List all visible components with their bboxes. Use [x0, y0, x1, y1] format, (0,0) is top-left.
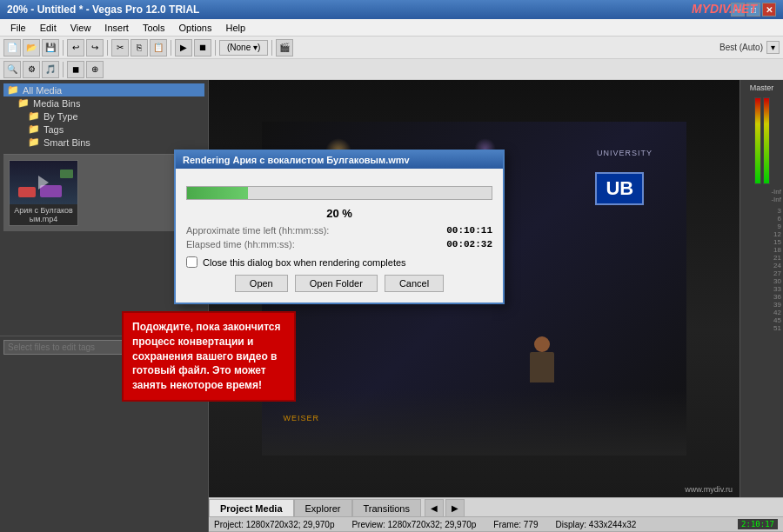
- university-banner: UB: [595, 172, 644, 205]
- bottom-tabs: Project Media Explorer Transitions ◀ ▶: [209, 497, 783, 516]
- undo-button[interactable]: ↩: [67, 39, 84, 57]
- tab-arrow-right[interactable]: ▶: [445, 499, 465, 516]
- menu-tools[interactable]: Tools: [136, 19, 172, 37]
- url-watermark: www.mydiv.ru: [685, 485, 733, 494]
- tree-smart-bins[interactable]: 📁 Smart Bins: [24, 136, 204, 149]
- folder-icon: 📁: [17, 97, 30, 109]
- media-thumbnail[interactable]: Ария с Булгаковым.mp4: [9, 160, 78, 226]
- frame-info: Frame: 779: [493, 520, 538, 529]
- menubar: File Edit View Insert Tools Options Help: [0, 19, 783, 37]
- cut-button[interactable]: ✂: [111, 39, 129, 57]
- preview-info: Preview: 1280x720x32; 29,970p: [351, 520, 476, 529]
- approx-value: 00:10:11: [446, 225, 492, 236]
- cancel-button[interactable]: Cancel: [385, 275, 444, 292]
- toolbar2-btn1[interactable]: 🔍: [3, 61, 21, 78]
- approx-time-row: Approximate time left (hh:mm:ss): 00:10:…: [186, 225, 492, 236]
- tab-explorer[interactable]: Explorer: [294, 499, 352, 516]
- university-label: UNIVERSITY: [597, 149, 652, 157]
- project-info: Project: 1280x720x32; 29,970p: [214, 520, 334, 529]
- close-checkbox-row: Close this dialog box when rendering com…: [186, 256, 492, 268]
- dialog-buttons: Open Open Folder Cancel: [186, 275, 492, 292]
- menu-view[interactable]: View: [64, 19, 98, 37]
- none-dropdown[interactable]: (None ▾): [219, 40, 268, 56]
- open-folder-button[interactable]: Open Folder: [295, 275, 378, 292]
- annotation-box: Подождите, пока закончится процесс конве…: [122, 311, 296, 402]
- elapsed-time-row: Elapsed time (hh:mm:ss): 00:02:32: [186, 239, 492, 249]
- close-button[interactable]: ✕: [762, 3, 776, 17]
- elapsed-value: 00:02:32: [446, 239, 492, 249]
- thumb-label: Ария с Булгаковым.mp4: [10, 204, 77, 225]
- tree-tags[interactable]: 📁 Tags: [24, 123, 204, 136]
- tree-by-type[interactable]: 📁 By Type: [24, 110, 204, 123]
- annotation-text: Подождите, пока закончится процесс конве…: [132, 321, 281, 391]
- folder-icon: 📁: [28, 110, 40, 122]
- elapsed-label: Elapsed time (hh:mm:ss):: [186, 239, 295, 249]
- stop-button[interactable]: ⏹: [194, 39, 211, 57]
- approx-label: Approximate time left (hh:mm:ss):: [186, 225, 329, 236]
- titlebar: 20% - Untitled * - Vegas Pro 12.0 TRIAL …: [0, 0, 783, 19]
- main-area: 📁 All Media 📁 Media Bins 📁 By Type 📁 Tag…: [0, 80, 783, 532]
- close-checkbox[interactable]: [186, 256, 197, 268]
- toolbar2-btn3[interactable]: 🎵: [42, 61, 59, 78]
- play-button[interactable]: ▶: [175, 39, 192, 57]
- progress-bar-container: [186, 186, 492, 200]
- left-panel: 📁 All Media 📁 Media Bins 📁 By Type 📁 Tag…: [0, 80, 209, 532]
- quality-dropdown[interactable]: ▾: [766, 41, 780, 54]
- progress-bar-fill: [187, 187, 248, 199]
- open-button[interactable]: 📂: [23, 39, 40, 57]
- redo-button[interactable]: ↪: [86, 39, 104, 57]
- watermark: MYDIV.NET: [692, 2, 757, 16]
- menu-file[interactable]: File: [3, 19, 33, 37]
- title-text: 20% - Untitled * - Vegas Pro 12.0 TRIAL: [7, 3, 731, 16]
- tab-transitions[interactable]: Transitions: [352, 499, 421, 516]
- render-dialog: Rendering Ария с вокалистом Булгаковым.w…: [174, 150, 505, 304]
- open-button[interactable]: Open: [235, 275, 288, 292]
- folder-icon: 📁: [28, 136, 40, 148]
- copy-button[interactable]: ⎘: [130, 39, 148, 57]
- menu-edit[interactable]: Edit: [33, 19, 64, 37]
- vu-left: [754, 97, 761, 184]
- paste-button[interactable]: 📋: [150, 39, 167, 57]
- render-button[interactable]: 🎬: [276, 39, 293, 57]
- toolbar: 📄 📂 💾 ↩ ↪ ✂ ⎘ 📋 ▶ ⏹ (None ▾) 🎬 Best (Aut…: [0, 37, 783, 59]
- best-auto-label: Best (Auto): [719, 43, 763, 52]
- display-info: Display: 433x244x32: [555, 520, 636, 529]
- toolbar2: 🔍 ⚙ 🎵 ◼ ⊕: [0, 59, 783, 80]
- menu-options[interactable]: Options: [172, 19, 219, 37]
- dialog-title: Rendering Ария с вокалистом Булгаковым.w…: [176, 151, 503, 169]
- right-panel: UB UNIVERSITY WEISER www.mydiv.ru: [209, 80, 783, 532]
- tab-arrow-left[interactable]: ◀: [425, 499, 444, 516]
- save-button[interactable]: 💾: [42, 39, 59, 57]
- vu-right: [763, 97, 770, 184]
- thumb-image: [10, 161, 77, 204]
- toolbar2-btn5[interactable]: ⊕: [86, 61, 104, 78]
- toolbar2-btn4[interactable]: ◼: [67, 61, 84, 78]
- menu-help[interactable]: Help: [218, 19, 252, 37]
- master-panel: Master -Inf -Inf 3 6 9 12 15 18 21 24 27: [740, 80, 783, 497]
- folder-icon: 📁: [28, 123, 40, 135]
- master-label: Master: [750, 83, 774, 92]
- timeline-status: Project: 1280x720x32; 29,970p Preview: 1…: [209, 516, 783, 532]
- tab-project-media[interactable]: Project Media: [209, 499, 294, 516]
- folder-icon: 📁: [7, 84, 19, 96]
- new-button[interactable]: 📄: [3, 39, 21, 57]
- vu-scale: -Inf -Inf 3 6 9 12 15 18 21 24 27 30 33 …: [742, 188, 781, 332]
- toolbar2-btn2[interactable]: ⚙: [23, 61, 40, 78]
- menu-insert[interactable]: Insert: [97, 19, 136, 37]
- timecode-indicator: 2:10:17: [738, 519, 778, 529]
- tree-all-media[interactable]: 📁 All Media: [3, 83, 204, 96]
- tree-media-bins[interactable]: 📁 Media Bins: [14, 96, 204, 110]
- close-checkbox-label: Close this dialog box when rendering com…: [203, 257, 406, 268]
- dialog-percent: 20 %: [186, 207, 492, 220]
